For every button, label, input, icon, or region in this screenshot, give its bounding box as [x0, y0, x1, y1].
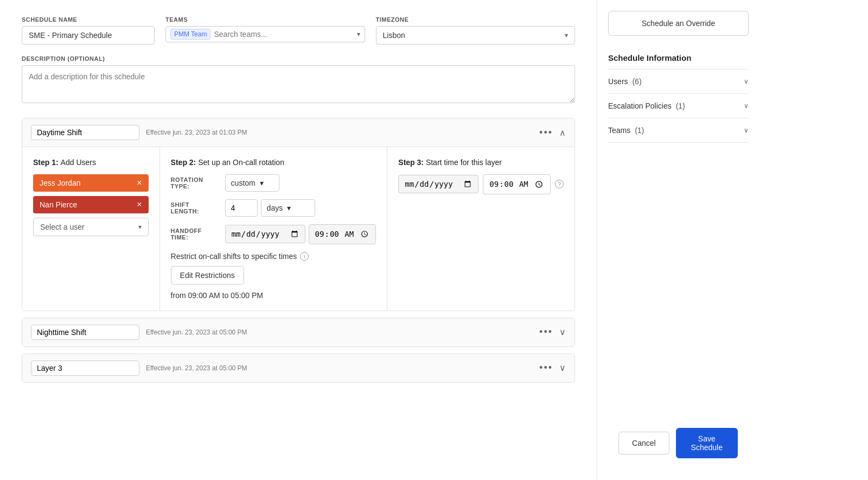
layer-daytime-header: Effective jun. 23, 2023 at 01:03 PM ••• … — [22, 118, 575, 147]
sidebar-item-teams[interactable]: Teams (1) ∨ — [608, 118, 749, 143]
handoff-date-input[interactable] — [225, 225, 305, 243]
layer-nighttime-effective: Effective jun. 23, 2023 at 05:00 PM — [146, 329, 533, 336]
step2-title: Step 2: Set up an On-call rotation — [171, 158, 376, 167]
step3-fields: ? — [398, 174, 564, 194]
layer-nighttime: Effective jun. 23, 2023 at 05:00 PM ••• … — [22, 318, 575, 347]
start-date-input[interactable] — [398, 175, 478, 193]
rotation-type-chevron-icon: ▾ — [260, 179, 264, 187]
sidebar-teams-count: (1) — [635, 126, 644, 135]
description-section: DESCRIPTION (OPTIONAL) — [22, 55, 575, 105]
timezone-label: TIMEZONE — [376, 16, 576, 23]
sidebar-users-count: (6) — [632, 77, 641, 86]
description-textarea[interactable] — [22, 65, 575, 103]
remove-jess-jordan-button[interactable]: × — [137, 179, 142, 187]
sidebar-item-escalation-policies[interactable]: Escalation Policies (1) ∨ — [608, 94, 749, 118]
cancel-button[interactable]: Cancel — [618, 432, 669, 454]
layer-daytime-effective: Effective jun. 23, 2023 at 01:03 PM — [146, 129, 533, 136]
teams-input-wrapper[interactable]: PMM Team ▾ — [165, 26, 365, 42]
time-range-display: from 09:00 AM to 05:00 PM — [171, 291, 376, 300]
rotation-type-select[interactable]: custom ▾ — [225, 174, 279, 192]
shift-unit-select[interactable]: days ▾ — [261, 199, 315, 217]
layer-3-header: Effective jun. 23, 2023 at 05:00 PM ••• … — [22, 354, 575, 382]
timezone-value: Lisbon — [383, 31, 405, 40]
teams-chevron-icon: ▾ — [357, 30, 360, 38]
timezone-chevron-icon: ▾ — [565, 31, 568, 39]
layer-nighttime-name-input[interactable] — [31, 325, 139, 340]
sidebar-item-users[interactable]: Users (6) ∨ — [608, 70, 749, 94]
layer-daytime-actions: ••• ∧ — [539, 127, 566, 138]
user-nan-pierce: Nan Pierce × — [33, 196, 149, 213]
step3-title: Step 3: Start time for this layer — [398, 158, 564, 167]
user-jess-jordan-name: Jess Jordan — [40, 179, 80, 187]
pmm-team-tag: PMM Team — [170, 29, 210, 40]
teams-search-input[interactable] — [214, 30, 353, 39]
layer-3-effective: Effective jun. 23, 2023 at 05:00 PM — [146, 364, 533, 372]
sidebar-teams-label: Teams (1) — [608, 126, 644, 135]
restrict-info-icon[interactable]: i — [300, 252, 309, 261]
sidebar-escalation-text: Escalation Policies — [608, 102, 672, 110]
handoff-time-input[interactable] — [309, 224, 376, 244]
handoff-time-inputs — [225, 224, 376, 244]
schedule-name-group: SCHEDULE NAME — [22, 16, 155, 45]
start-time-input[interactable] — [483, 174, 551, 194]
schedule-name-input[interactable] — [22, 26, 155, 45]
restrict-label-text: Restrict on-call shifts to specific time… — [171, 252, 376, 261]
layer-3-collapse-button[interactable]: ∨ — [559, 363, 566, 373]
step2-section: Step 2: Set up an On-call rotation ROTAT… — [160, 147, 388, 311]
select-user-placeholder: Select a user — [40, 223, 85, 231]
sidebar-teams-chevron-icon: ∨ — [744, 127, 749, 134]
handoff-time-label: HANDOFF TIME: — [171, 228, 220, 241]
step3-section: Step 3: Start time for this layer ? — [387, 147, 575, 311]
select-user-chevron-icon: ▾ — [138, 223, 142, 231]
layer-nighttime-actions: ••• ∨ — [539, 326, 566, 338]
rotation-type-inputs: custom ▾ — [225, 174, 376, 192]
sidebar-users-text: Users — [608, 77, 628, 86]
select-user-dropdown[interactable]: Select a user ▾ — [33, 218, 149, 236]
layer-3: Effective jun. 23, 2023 at 05:00 PM ••• … — [22, 353, 575, 383]
restrict-section: Restrict on-call shifts to specific time… — [171, 252, 376, 300]
sidebar-users-chevron-icon: ∨ — [744, 78, 749, 85]
sidebar-escalation-chevron-icon: ∨ — [744, 102, 749, 110]
layer-nighttime-menu-button[interactable]: ••• — [539, 326, 553, 338]
rotation-type-row: ROTATION TYPE: custom ▾ — [171, 174, 376, 192]
layer-nighttime-collapse-button[interactable]: ∨ — [559, 327, 566, 337]
timezone-group: TIMEZONE Lisbon ▾ — [376, 16, 576, 45]
sidebar-users-label: Users (6) — [608, 77, 642, 86]
layer-daytime-collapse-button[interactable]: ∧ — [559, 128, 566, 138]
start-time-info-icon[interactable]: ? — [555, 180, 564, 188]
save-schedule-button[interactable]: Save Schedule — [676, 428, 738, 458]
bottom-actions: Cancel Save Schedule — [608, 417, 749, 469]
teams-group: TEAMS PMM Team ▾ — [165, 16, 365, 45]
shift-length-input[interactable] — [225, 199, 258, 217]
sidebar: Schedule an Override Schedule Informatio… — [597, 0, 760, 480]
step1-section: Step 1: Add Users Jess Jordan × Nan Pier… — [22, 147, 160, 311]
rotation-type-value: custom — [231, 179, 256, 187]
edit-restrictions-button[interactable]: Edit Restrictions — [171, 266, 244, 285]
restrict-text: Restrict on-call shifts to specific time… — [171, 252, 297, 261]
layer-3-name-input[interactable] — [31, 361, 139, 376]
layer-daytime-menu-button[interactable]: ••• — [539, 127, 553, 138]
layer-3-actions: ••• ∨ — [539, 362, 566, 374]
layer-daytime-body: Step 1: Add Users Jess Jordan × Nan Pier… — [22, 147, 575, 311]
sidebar-escalation-label: Escalation Policies (1) — [608, 102, 685, 110]
shift-length-inputs: days ▾ — [225, 199, 376, 217]
layer-nighttime-header: Effective jun. 23, 2023 at 05:00 PM ••• … — [22, 318, 575, 346]
user-nan-pierce-name: Nan Pierce — [40, 200, 77, 209]
layer-daytime-name-input[interactable] — [31, 125, 139, 140]
shift-length-row: SHIFT LENGTH: days ▾ — [171, 199, 376, 217]
teams-label: TEAMS — [165, 16, 365, 23]
shift-unit-value: days — [267, 204, 283, 212]
handoff-time-row: HANDOFF TIME: — [171, 224, 376, 244]
description-label: DESCRIPTION (OPTIONAL) — [22, 55, 575, 62]
timezone-dropdown[interactable]: Lisbon ▾ — [376, 26, 576, 45]
schedule-name-label: SCHEDULE NAME — [22, 16, 155, 23]
step1-title: Step 1: Add Users — [33, 158, 149, 167]
remove-nan-pierce-button[interactable]: × — [137, 200, 142, 209]
shift-length-label: SHIFT LENGTH: — [171, 201, 220, 214]
layer-3-menu-button[interactable]: ••• — [539, 362, 553, 374]
sidebar-escalation-count: (1) — [676, 102, 685, 110]
user-jess-jordan: Jess Jordan × — [33, 174, 149, 192]
layer-daytime: Effective jun. 23, 2023 at 01:03 PM ••• … — [22, 118, 575, 311]
schedule-override-button[interactable]: Schedule an Override — [608, 11, 749, 36]
sidebar-info-title: Schedule Information — [608, 45, 749, 70]
